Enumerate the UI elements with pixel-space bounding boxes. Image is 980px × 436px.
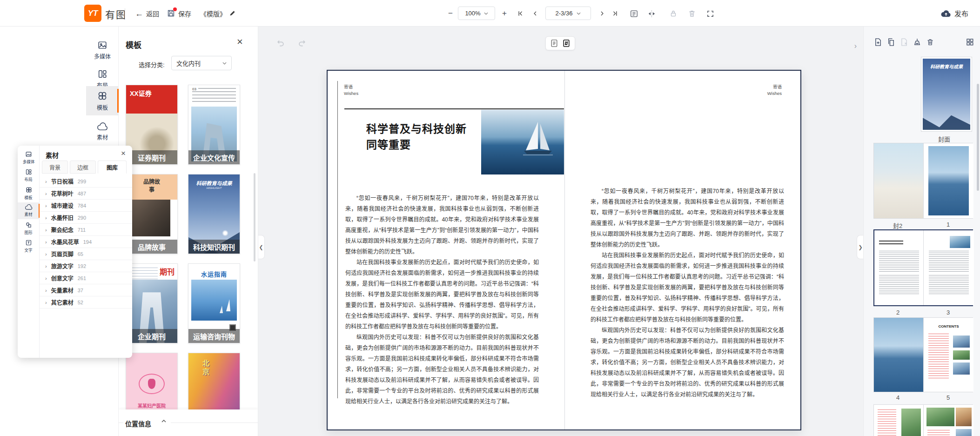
position-info-label: 位置信息 (125, 419, 151, 428)
zoom-value: 100% (465, 10, 480, 17)
canvas-area[interactable]: › 寄语 Wishes 科学普及与科技创新 同等重要 (258, 27, 863, 436)
mini-item-assets[interactable]: 素材 (18, 202, 40, 219)
article-body-left[interactable]: “忽如一夜春风来，千树万树梨花开”，建国70年来，特别是改革开放以来，随着我国经… (345, 193, 539, 407)
category-row[interactable]: ›节日祝福299 (40, 175, 132, 188)
mini-item-layout[interactable]: 布局 (18, 167, 40, 184)
mini-item-text[interactable]: 文字 (18, 238, 40, 255)
thumbnail-label: 封2 (893, 221, 902, 230)
delete-icon[interactable] (687, 9, 697, 18)
publish-button[interactable]: 发布 (941, 0, 968, 27)
spread-view-icon[interactable] (563, 39, 570, 47)
cover-title: 北京 (201, 360, 210, 376)
document-spread[interactable]: 寄语 Wishes 科学普及与科技创新 同等重要 (327, 70, 801, 430)
delete-page-icon[interactable] (900, 38, 909, 47)
prev-page-button[interactable] (530, 9, 540, 18)
fullscreen-icon[interactable] (705, 9, 715, 18)
tab-label: 图库 (107, 163, 118, 171)
tab-border[interactable]: 边框 (70, 161, 96, 174)
page-setup-icon[interactable] (629, 9, 638, 18)
redo-button[interactable] (297, 39, 307, 47)
panel-scrollbar[interactable] (254, 173, 255, 262)
zoom-select[interactable]: 100% (458, 7, 495, 20)
thumbnail-spread-cover2-1[interactable] (873, 143, 973, 219)
thumbnail-cover[interactable]: 科研教育与成果 (921, 57, 972, 132)
thumbnail-spread-2-3-selected[interactable] (873, 229, 973, 306)
mini-item-label: 布局 (25, 176, 33, 182)
document-title[interactable]: 《模版》 (200, 0, 236, 27)
category-select[interactable]: 文化内刊 (171, 56, 232, 70)
section-header-left[interactable]: 寄语 Wishes (344, 84, 358, 97)
next-page-button[interactable] (597, 9, 607, 18)
mini-item-label: 素材 (25, 211, 33, 217)
category-row[interactable]: ›水墨风花草194 (40, 236, 132, 248)
save-button[interactable]: 保存 (167, 0, 191, 27)
back-button[interactable]: ← 返回 (135, 0, 159, 27)
yt-logo[interactable]: YT (84, 5, 101, 22)
template-card[interactable]: 03 企业文化宣传 (188, 85, 240, 165)
category-row[interactable]: ›旅游文字192 (40, 260, 132, 272)
template-card[interactable]: 品牌故事 品牌故事 (126, 174, 178, 254)
category-row[interactable]: ›其它素材52 (40, 296, 132, 309)
template-card[interactable]: 科研教育与成果 HIGHLIGHT 科技知识期刊 (188, 174, 240, 254)
pages-scrollbar[interactable] (977, 84, 979, 191)
cover-title: 品牌故事 (143, 178, 160, 194)
tab-gallery[interactable]: 图库 (98, 161, 127, 174)
category-name: 页眉页脚 (51, 250, 74, 258)
close-icon[interactable]: × (237, 37, 243, 47)
template-card[interactable]: 水运指南 运输咨询刊物 (188, 263, 240, 343)
grid-view-icon[interactable] (966, 38, 975, 47)
mini-item-shapes[interactable]: 图形 (18, 220, 40, 237)
last-page-button[interactable] (611, 9, 620, 18)
thumbnail-label: 5 (946, 394, 950, 401)
section-header-right[interactable]: 寄语 Wishes (767, 84, 782, 97)
lock-icon[interactable] (669, 9, 678, 18)
sidebar-item-assets[interactable]: 素材 (86, 118, 119, 146)
page-select[interactable]: 2-3/36 (545, 7, 591, 20)
category-row[interactable]: ›水墨怀旧290 (40, 212, 132, 224)
thumb-page-2 (874, 230, 924, 305)
article-title[interactable]: 科学普及与科技创新 同等重要 (366, 121, 467, 153)
mini-item-label: 文字 (25, 247, 33, 253)
category-row[interactable]: ›创意文字261 (40, 272, 132, 284)
mirror-flip-icon[interactable] (647, 9, 656, 18)
section-en: Wishes (767, 90, 782, 97)
layout-icon (97, 69, 107, 79)
clear-brush-icon[interactable] (913, 38, 922, 47)
collapse-left-panel-tab[interactable]: ❮ (258, 235, 265, 259)
thumb-page-7 (924, 405, 973, 436)
mini-item-templates[interactable]: 模板 (18, 185, 40, 201)
sidebar-item-templates[interactable]: 模板 (86, 86, 119, 115)
collapse-right-panel-tab[interactable]: ❯ (857, 235, 864, 259)
close-icon[interactable]: × (121, 149, 126, 157)
undo-button[interactable] (276, 39, 285, 47)
chevron-right-icon: › (45, 275, 47, 281)
category-row[interactable]: ›城市建设784 (40, 200, 132, 212)
thumbnail-spread-4-5[interactable]: CONTENTS (873, 317, 973, 392)
category-row[interactable]: ›页眉页脚65 (40, 248, 132, 260)
zoom-in-button[interactable]: + (500, 9, 509, 18)
position-info-bar[interactable]: 位置信息 (119, 409, 258, 436)
brand-name: 有图 (105, 7, 127, 21)
chevron-right-icon[interactable]: › (854, 42, 857, 50)
duplicate-page-icon[interactable] (887, 38, 896, 47)
zoom-out-button[interactable]: − (446, 9, 455, 18)
tab-background[interactable]: 背景 (42, 161, 68, 174)
sidebar-item-multimedia[interactable]: 多媒体 (86, 36, 119, 64)
article-body-right[interactable]: “忽如一夜春风来，千树万树梨花开”，建国70年来，特别是改革开放以来，随着我国经… (591, 186, 784, 400)
thumbnail-label: 4 (896, 394, 899, 401)
single-page-view-icon[interactable] (550, 39, 558, 47)
template-card[interactable]: XX证券 证券期刊 (126, 85, 178, 165)
sailboat-photo[interactable] (481, 110, 564, 174)
category-row[interactable]: ›聚会纪念711 (40, 224, 132, 236)
first-page-button[interactable] (516, 9, 525, 18)
edit-pencil-icon[interactable] (229, 10, 236, 17)
add-page-icon[interactable] (874, 38, 883, 47)
category-row[interactable]: ›矢量素材37 (40, 284, 132, 296)
tab-label: 背景 (49, 163, 60, 171)
thumbnail-spread-6-7[interactable] (873, 404, 973, 436)
mini-item-multimedia[interactable]: 多媒体 (18, 149, 40, 166)
trash-icon[interactable] (926, 38, 935, 47)
title-line-2: 同等重要 (366, 137, 467, 153)
category-row[interactable]: ›花草树叶487 (40, 188, 132, 200)
template-card[interactable]: 期刊 企业期刊 (126, 263, 178, 343)
